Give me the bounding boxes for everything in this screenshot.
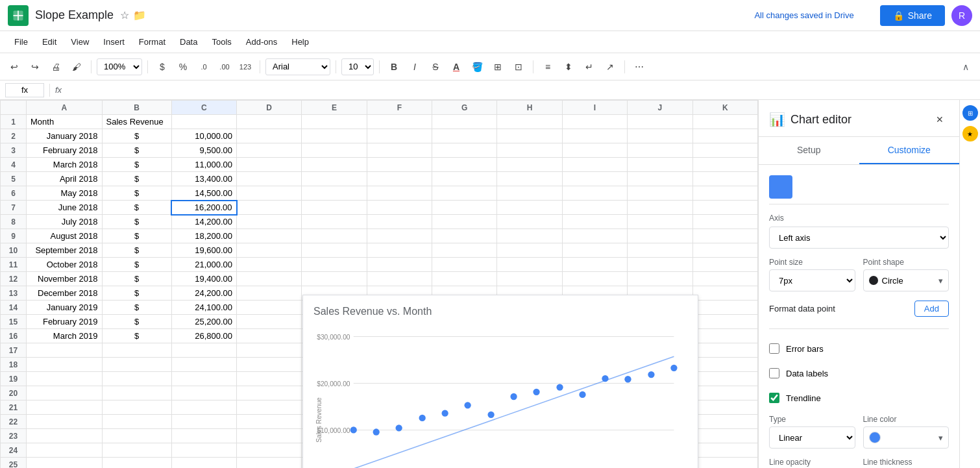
star-icon[interactable]: ☆ xyxy=(120,9,129,21)
cell-value[interactable]: 26,800.00 xyxy=(171,329,236,343)
cell-empty-8-1[interactable] xyxy=(302,243,367,258)
side-icon-yellow[interactable]: ★ xyxy=(962,126,978,142)
empty-cell[interactable] xyxy=(692,372,757,386)
empty-cell[interactable] xyxy=(102,358,171,372)
empty-cell[interactable] xyxy=(692,458,757,469)
cell-empty-10-1[interactable] xyxy=(302,272,367,286)
cell-empty-10-6[interactable] xyxy=(628,272,692,286)
add-format-button[interactable]: Add xyxy=(914,301,949,317)
cell-empty-7-5[interactable] xyxy=(562,229,627,243)
cell-month[interactable]: April 2018 xyxy=(27,172,103,186)
cell-empty-4-0[interactable] xyxy=(237,186,302,201)
cell-dollar[interactable]: $ xyxy=(102,143,171,158)
cell-dollar[interactable]: $ xyxy=(102,215,171,229)
menu-tools[interactable]: Tools xyxy=(205,34,238,49)
cell-empty-3-7[interactable] xyxy=(692,172,757,186)
cell-empty-0-4[interactable] xyxy=(497,129,562,143)
empty-cell[interactable] xyxy=(237,358,302,372)
chart-editor-close-button[interactable]: ✕ xyxy=(931,110,949,129)
cell-empty-0-3[interactable] xyxy=(432,129,497,143)
header-cell-4[interactable] xyxy=(302,115,367,129)
cell-empty-10-0[interactable] xyxy=(237,272,302,286)
cell-value[interactable]: 19,600.00 xyxy=(171,243,236,258)
cell-value[interactable]: 24,200.00 xyxy=(171,286,236,301)
empty-cell[interactable] xyxy=(102,372,171,386)
more-button[interactable]: ⋯ xyxy=(630,58,648,76)
cell-empty-1-3[interactable] xyxy=(432,143,497,158)
cell-dollar[interactable]: $ xyxy=(102,286,171,301)
cell-empty-7-4[interactable] xyxy=(497,229,562,243)
chart-area[interactable]: $30,000.00 $20,000.00 $10,000.00 $- Sale… xyxy=(313,323,687,468)
redo-button[interactable]: ↪ xyxy=(26,58,44,76)
cell-empty-13-7[interactable] xyxy=(692,315,757,329)
cell-empty-8-2[interactable] xyxy=(367,243,432,258)
empty-cell[interactable] xyxy=(692,429,757,443)
cell-empty-6-2[interactable] xyxy=(367,215,432,229)
header-cell-0[interactable]: Month xyxy=(27,115,103,129)
cell-dollar[interactable]: $ xyxy=(102,129,171,143)
cell-empty-9-3[interactable] xyxy=(432,258,497,272)
strikethrough-button[interactable]: S xyxy=(426,58,445,76)
empty-cell[interactable] xyxy=(27,415,103,429)
font-select[interactable]: Arial xyxy=(265,58,330,75)
empty-cell[interactable] xyxy=(27,386,103,400)
col-header-c[interactable]: C xyxy=(171,101,236,115)
cell-empty-6-7[interactable] xyxy=(692,215,757,229)
menu-data[interactable]: Data xyxy=(173,34,204,49)
line-color-select[interactable]: ▾ xyxy=(863,426,949,449)
format-123-button[interactable]: 123 xyxy=(236,58,254,76)
cell-month[interactable]: March 2018 xyxy=(27,158,103,172)
paint-format-button[interactable]: 🖌 xyxy=(67,58,86,76)
cell-empty-2-1[interactable] xyxy=(302,158,367,172)
header-cell-2[interactable] xyxy=(171,115,236,129)
empty-cell[interactable] xyxy=(692,386,757,400)
cell-empty-7-6[interactable] xyxy=(628,229,692,243)
cell-value[interactable]: 19,400.00 xyxy=(171,272,236,286)
cell-empty-7-1[interactable] xyxy=(302,229,367,243)
cell-empty-8-3[interactable] xyxy=(432,243,497,258)
text-color-button[interactable]: A xyxy=(447,58,465,76)
cell-month[interactable]: June 2018 xyxy=(27,201,103,215)
cell-empty-8-0[interactable] xyxy=(237,243,302,258)
cell-empty-7-0[interactable] xyxy=(237,229,302,243)
point-size-select[interactable]: 7px xyxy=(769,269,855,291)
cell-empty-5-7[interactable] xyxy=(692,201,757,215)
cell-value[interactable]: 16,200.00 xyxy=(171,201,236,215)
tab-setup[interactable]: Setup xyxy=(759,137,859,164)
cell-empty-5-2[interactable] xyxy=(367,201,432,215)
empty-cell[interactable] xyxy=(27,358,103,372)
cell-empty-5-5[interactable] xyxy=(562,201,627,215)
cell-dollar[interactable]: $ xyxy=(102,172,171,186)
cell-empty-7-3[interactable] xyxy=(432,229,497,243)
zoom-select[interactable]: 100% xyxy=(97,58,142,75)
empty-cell[interactable] xyxy=(237,343,302,358)
empty-cell[interactable] xyxy=(27,372,103,386)
cell-month[interactable]: November 2018 xyxy=(27,272,103,286)
cell-dollar[interactable]: $ xyxy=(102,272,171,286)
empty-cell[interactable] xyxy=(237,372,302,386)
cell-month[interactable]: December 2018 xyxy=(27,286,103,301)
empty-cell[interactable] xyxy=(171,429,236,443)
empty-cell[interactable] xyxy=(692,358,757,372)
cell-empty-1-4[interactable] xyxy=(497,143,562,158)
cell-empty-1-7[interactable] xyxy=(692,143,757,158)
cell-empty-10-5[interactable] xyxy=(562,272,627,286)
cell-empty-8-4[interactable] xyxy=(497,243,562,258)
empty-cell[interactable] xyxy=(171,386,236,400)
cell-value[interactable]: 9,500.00 xyxy=(171,143,236,158)
cell-empty-1-0[interactable] xyxy=(237,143,302,158)
menu-insert[interactable]: Insert xyxy=(97,34,131,49)
menu-view[interactable]: View xyxy=(64,34,95,49)
cell-empty-10-7[interactable] xyxy=(692,272,757,286)
trendline-checkbox[interactable] xyxy=(769,393,779,403)
cell-empty-5-4[interactable] xyxy=(497,201,562,215)
empty-cell[interactable] xyxy=(171,415,236,429)
text-wrap-button[interactable]: ↵ xyxy=(580,58,598,76)
cell-empty-6-6[interactable] xyxy=(628,215,692,229)
cell-empty-6-4[interactable] xyxy=(497,215,562,229)
cell-empty-10-2[interactable] xyxy=(367,272,432,286)
empty-cell[interactable] xyxy=(102,386,171,400)
empty-cell[interactable] xyxy=(171,372,236,386)
empty-cell[interactable] xyxy=(171,400,236,415)
cell-empty-2-7[interactable] xyxy=(692,158,757,172)
